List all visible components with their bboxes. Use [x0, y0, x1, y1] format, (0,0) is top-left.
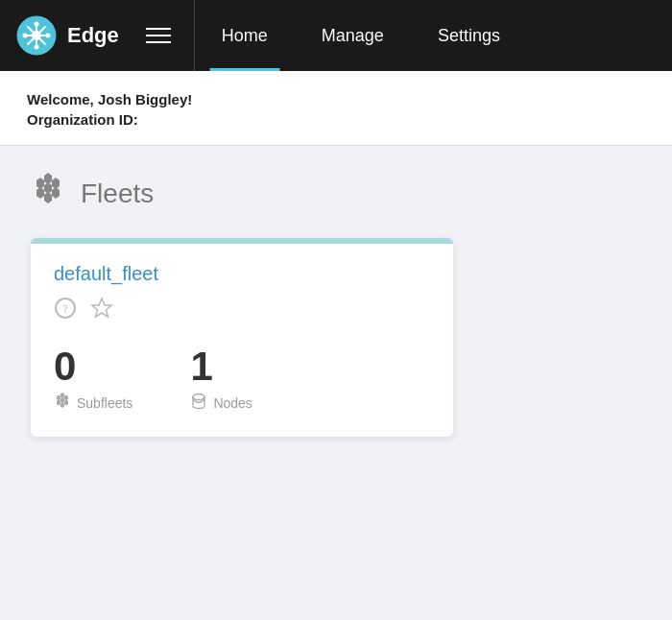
main-content: Fleets default_fleet ?: [0, 146, 672, 620]
org-id-label: Organization ID:: [27, 111, 138, 128]
brand-logo-icon: [15, 14, 58, 57]
nav-home[interactable]: Home: [195, 0, 295, 71]
svg-marker-15: [44, 173, 52, 184]
brand-name: Edge: [67, 23, 119, 48]
hamburger-line-2: [146, 35, 171, 36]
subfleets-stat-icon: [54, 393, 71, 414]
star-icon: [90, 297, 113, 320]
hexagon-cluster-icon: [31, 173, 65, 207]
nodes-label-text: Nodes: [213, 395, 252, 411]
svg-marker-26: [60, 402, 64, 408]
svg-point-10: [35, 22, 39, 27]
svg-marker-20: [52, 187, 60, 199]
svg-marker-30: [64, 400, 68, 406]
subfleets-label-row: Subfleets: [54, 393, 132, 414]
hamburger-line-3: [146, 41, 171, 43]
svg-point-13: [46, 34, 51, 38]
svg-text:?: ?: [62, 301, 68, 316]
svg-point-11: [35, 45, 39, 50]
subfleets-hex-icon: [54, 393, 71, 410]
fleets-header: Fleets: [31, 173, 641, 215]
hamburger-line-1: [146, 28, 171, 30]
nav-manage[interactable]: Manage: [295, 0, 411, 71]
svg-point-12: [23, 34, 28, 38]
subfleets-label-text: Subfleets: [77, 395, 132, 411]
nav-links: Home Manage Settings: [195, 0, 527, 71]
subfleets-count: 0: [54, 346, 76, 387]
org-id-row: Organization ID:: [27, 111, 645, 128]
help-icon: ?: [54, 297, 77, 320]
fleets-title: Fleets: [81, 179, 154, 209]
nodes-stat: 1 Nodes: [190, 346, 252, 414]
nodes-count: 1: [190, 346, 212, 387]
welcome-section: Welcome, Josh Biggley! Organization ID:: [0, 71, 672, 146]
nav-settings[interactable]: Settings: [411, 0, 527, 71]
nodes-stat-icon: [190, 393, 207, 414]
fleet-favorite-button[interactable]: [90, 297, 113, 320]
hamburger-button[interactable]: [131, 20, 186, 51]
brand: Edge: [15, 14, 119, 57]
subfleets-stat: 0: [54, 346, 132, 414]
svg-marker-23: [92, 298, 111, 317]
svg-marker-16: [44, 192, 52, 203]
fleet-stats: 0: [54, 346, 430, 414]
svg-marker-25: [60, 393, 64, 398]
fleet-card: default_fleet ?: [31, 238, 453, 437]
fleets-icon: [31, 173, 65, 215]
welcome-greeting: Welcome, Josh Biggley!: [27, 88, 645, 111]
fleet-action-icons: ?: [54, 297, 430, 320]
svg-marker-29: [57, 400, 60, 406]
fleet-help-button[interactable]: ?: [54, 297, 77, 320]
nodes-icon: [190, 393, 207, 410]
svg-point-31: [193, 394, 204, 400]
navbar: Edge Home Manage Settings: [0, 0, 672, 71]
fleet-name-link[interactable]: default_fleet: [54, 263, 430, 285]
fleet-card-body: default_fleet ?: [31, 244, 453, 437]
nodes-label-row: Nodes: [190, 393, 252, 414]
svg-marker-19: [36, 187, 44, 199]
